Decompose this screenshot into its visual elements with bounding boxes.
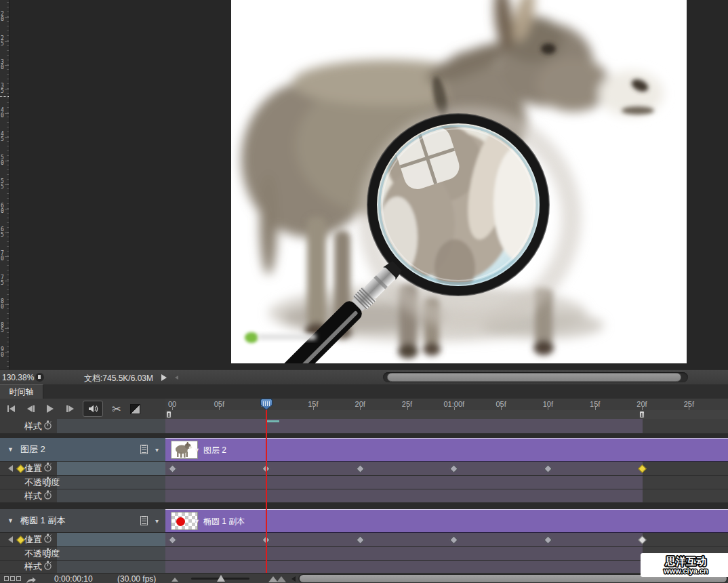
collapse-triangle-icon[interactable]: ▼ xyxy=(7,446,14,453)
stopwatch-icon[interactable] xyxy=(43,534,52,546)
keyframe-diamond[interactable] xyxy=(168,464,177,473)
chevron-down-icon[interactable]: ▾ xyxy=(155,517,159,525)
site-watermark: 思洋互动 www.ciya.cn xyxy=(641,553,728,577)
tab-timeline[interactable]: 时间轴 xyxy=(0,384,43,399)
timeline-zoom-in-icon[interactable] xyxy=(268,576,289,582)
work-area-end-handle[interactable] xyxy=(639,411,645,418)
vertical-ruler-major-tick xyxy=(5,65,9,66)
chevron-down-icon[interactable]: ▾ xyxy=(155,446,159,454)
vertical-ruler-major-tick xyxy=(5,137,9,138)
property-label: 位置 xyxy=(24,534,42,546)
vertical-ruler-minor-tick xyxy=(7,294,9,295)
keyframe-diamond[interactable] xyxy=(544,464,552,473)
zoom-level-field[interactable]: 130.38% xyxy=(2,373,34,382)
track-row-style-layer0[interactable] xyxy=(165,489,728,503)
vertical-ruler-minor-tick xyxy=(7,88,9,89)
timeline-zoom-out-icon[interactable] xyxy=(171,578,178,582)
vertical-ruler-minor-tick xyxy=(7,64,9,65)
split-at-playhead-button[interactable]: ✂ xyxy=(109,403,124,416)
property-row-opacity-layer1[interactable]: 不透明度 xyxy=(0,547,165,561)
first-frame-button[interactable] xyxy=(4,402,18,416)
vertical-ruler-minor-tick xyxy=(7,289,9,290)
watermark-line1: 思洋互动 xyxy=(665,555,706,567)
vertical-ruler-minor-tick xyxy=(7,107,9,108)
timeline-zoom-slider[interactable] xyxy=(191,578,249,580)
stopwatch-icon[interactable] xyxy=(43,490,52,502)
document-size-info[interactable]: 文档:745.5K/6.03M xyxy=(61,373,176,384)
vertical-ruler-major-tick xyxy=(5,328,9,329)
vertical-ruler-minor-tick xyxy=(7,337,9,338)
convert-to-frame-animation-icon[interactable] xyxy=(4,576,21,581)
collapse-triangle-icon[interactable]: ▼ xyxy=(7,517,14,524)
track-row-style-top[interactable] xyxy=(165,419,728,434)
canvas-horizontal-scrollbar[interactable] xyxy=(383,372,688,382)
stopwatch-icon[interactable] xyxy=(43,462,52,475)
stopwatch-icon[interactable] xyxy=(43,420,52,433)
vertical-ruler[interactable]: 1520253035404550556065707580859095 xyxy=(0,0,9,369)
collapse-triangle-icon[interactable]: ▼ xyxy=(194,518,200,525)
property-row-style-layer1[interactable]: 样式 xyxy=(0,561,165,573)
status-collapse-arrow-icon[interactable] xyxy=(175,376,178,380)
keyframe-diamond[interactable] xyxy=(449,464,458,473)
track-row-opacity-layer0[interactable] xyxy=(165,476,728,489)
work-area-start-handle[interactable] xyxy=(166,411,171,418)
keyframe-diamond[interactable] xyxy=(356,536,365,544)
panel-tab-bar: 时间轴 xyxy=(0,384,728,399)
add-keyframe-diamond-icon[interactable] xyxy=(16,464,25,473)
keyframe-diamond[interactable] xyxy=(544,536,552,544)
watermark-line2: www.ciya.cn xyxy=(663,567,708,575)
property-row-position-layer0[interactable]: 位置 xyxy=(0,462,165,476)
collapse-triangle-icon[interactable]: ▼ xyxy=(194,447,200,454)
frame-ruler[interactable]: 0005f10f15f20f25f01:00f05f10f15f20f25f xyxy=(165,399,728,411)
playhead-handle[interactable] xyxy=(260,399,272,410)
previous-keyframe-icon[interactable] xyxy=(8,465,13,472)
layer-duration-bar-tuoyuan1[interactable]: ▼ 椭圆 1 副本 xyxy=(165,509,728,533)
previous-frame-button[interactable] xyxy=(24,402,37,416)
vertical-ruler-major-tick xyxy=(5,17,9,18)
property-row-opacity-layer0[interactable]: 不透明度 xyxy=(0,476,165,489)
keyframe-diamond[interactable] xyxy=(168,536,177,544)
render-export-arrow-icon[interactable] xyxy=(26,575,37,583)
current-time-display[interactable]: 0:00:00:10 xyxy=(54,574,93,583)
vertical-ruler-minor-tick xyxy=(7,285,9,285)
keyframe-diamond[interactable] xyxy=(638,536,647,544)
canvas-horizontal-scrollbar-thumb[interactable] xyxy=(387,373,681,382)
vertical-ruler-minor-tick xyxy=(7,366,9,367)
vertical-ruler-minor-tick xyxy=(7,332,9,333)
vertical-ruler-minor-tick xyxy=(7,308,9,309)
keyframe-diamond[interactable] xyxy=(356,464,365,473)
vertical-ruler-minor-tick xyxy=(7,218,9,218)
layer-header-tuceng2[interactable]: ▼ 图层 2 ▾ xyxy=(0,438,165,462)
frame-rate-display[interactable]: (30.00 fps) xyxy=(117,574,156,583)
previous-keyframe-icon[interactable] xyxy=(8,536,13,543)
keyframe-track-position-layer0[interactable] xyxy=(165,462,728,476)
stopwatch-icon[interactable] xyxy=(43,561,52,573)
document-canvas[interactable] xyxy=(231,0,687,363)
property-row-position-layer1[interactable]: 位置 xyxy=(0,533,165,547)
audio-mute-toggle-button[interactable] xyxy=(83,401,103,417)
transition-button[interactable] xyxy=(130,404,140,414)
layer-header-tuoyuan1[interactable]: ▼ 椭圆 1 副本 ▾ xyxy=(0,509,165,533)
scissors-icon: ✂ xyxy=(112,403,121,415)
playhead-line[interactable] xyxy=(266,409,267,573)
video-filmstrip-icon[interactable] xyxy=(140,445,148,454)
keyframe-diamond[interactable] xyxy=(449,536,458,544)
property-row-style-layer0[interactable]: 样式 xyxy=(0,489,165,503)
next-frame-button[interactable] xyxy=(63,402,77,416)
layer-duration-bar-tuceng2[interactable]: ▼ 图层 2 xyxy=(165,438,728,462)
timeline-bottom-bar: 0:00:00:10 (30.00 fps) xyxy=(0,573,728,583)
add-keyframe-diamond-icon[interactable] xyxy=(16,536,25,544)
play-button[interactable] xyxy=(43,402,57,416)
vertical-ruler-major-tick xyxy=(5,209,9,209)
vertical-ruler-minor-tick xyxy=(7,188,9,189)
keyframe-track-position-layer1[interactable] xyxy=(165,533,728,547)
property-row-style-top[interactable]: 样式 xyxy=(0,419,165,434)
keyframe-diamond[interactable] xyxy=(638,464,647,473)
vertical-ruler-minor-tick xyxy=(7,193,9,194)
timeline-zoom-slider-thumb[interactable] xyxy=(217,575,225,582)
vertical-ruler-minor-tick xyxy=(7,98,9,98)
vertical-ruler-minor-tick xyxy=(7,146,9,146)
timeline-scroll-left-icon[interactable] xyxy=(291,576,296,582)
video-filmstrip-icon[interactable] xyxy=(140,516,148,525)
status-flyout-arrow-icon[interactable] xyxy=(161,374,167,381)
